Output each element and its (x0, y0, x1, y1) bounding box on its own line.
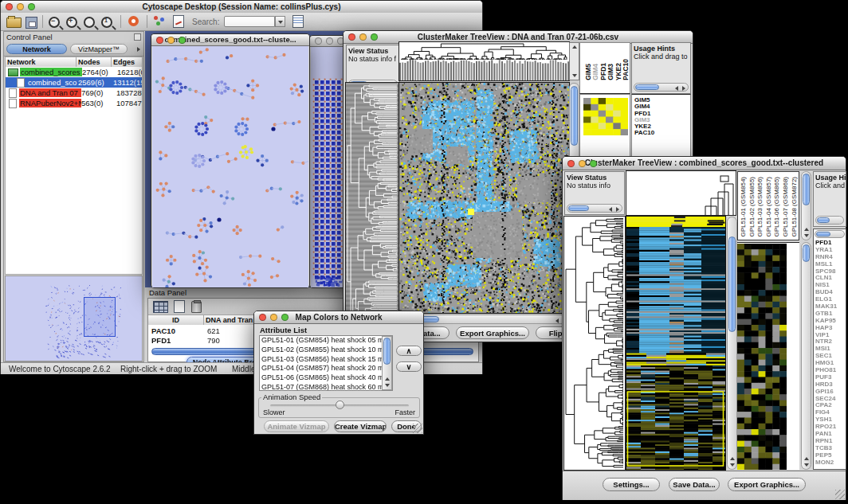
main-title-bar[interactable]: Cytoscape Desktop (Session Name: collins… (1, 1, 482, 14)
tv2-row-dendrogram[interactable] (564, 217, 625, 470)
network-overview-canvas[interactable] (6, 276, 142, 361)
tv1-heatmap-canvas[interactable] (399, 83, 569, 313)
close-icon[interactable] (259, 314, 266, 321)
move-up-button[interactable]: ∧ (396, 346, 422, 356)
zoom-window-icon[interactable] (281, 314, 289, 321)
annotation-icon[interactable] (173, 15, 184, 28)
attribute-list-item[interactable]: GPL51-06 (GSM865) heat shock 40 min (260, 373, 382, 383)
network-window-1-title-bar[interactable]: combined_scores_good.txt--cluste... (151, 34, 309, 46)
create-attribute-icon[interactable] (174, 300, 185, 313)
tv2-gene-hscrollbar[interactable] (815, 230, 845, 238)
tv1-row-dendrogram[interactable] (346, 83, 398, 343)
zoom-in-icon[interactable] (66, 17, 77, 28)
col-id[interactable]: ID (148, 315, 204, 325)
attribute-list-vscrollbar[interactable] (382, 336, 392, 390)
tv2-zoom-vscrollbar[interactable] (801, 242, 811, 470)
gene-label: GTB1 (815, 311, 846, 318)
network-tree-row[interactable]: RNAPuberNov2+N563(0)107847(0) (6, 98, 142, 108)
overview-viewport-rect[interactable] (84, 297, 116, 337)
network-tree-row[interactable]: combined_sco2569(6)13112(15) (6, 77, 142, 88)
close-icon[interactable] (315, 37, 322, 45)
zoom-window-icon[interactable] (179, 37, 186, 44)
attribute-listbox[interactable]: GPL51-01 (GSM854) heat shock 05 minGPL51… (259, 335, 393, 391)
tab-vizmapper[interactable]: VizMapper™ (70, 44, 128, 54)
search-input[interactable] (224, 16, 275, 27)
row-id-1[interactable]: PAC10 (151, 326, 175, 335)
close-icon[interactable] (6, 3, 13, 10)
close-icon[interactable] (156, 37, 163, 44)
minimize-icon[interactable] (167, 37, 175, 44)
tab-network[interactable]: Network (6, 44, 67, 54)
row-id-2[interactable]: PFD1 (151, 336, 171, 345)
zoom-window-icon[interactable] (590, 160, 597, 167)
close-icon[interactable] (567, 160, 575, 167)
tv2-view-status-panel: View Status No status info (564, 171, 625, 215)
animate-vizmap-button[interactable]: Animate Vizmap (264, 420, 329, 432)
col-edges[interactable]: Edges (112, 57, 142, 67)
attribute-list-item[interactable]: GPL51-03 (GSM856) heat shock 15 min (260, 355, 382, 365)
col-network[interactable]: Network (6, 57, 77, 67)
attribute-list-item[interactable]: GPL51-01 (GSM854) heat shock 05 min (260, 336, 382, 346)
tv2-settings-button[interactable]: Settings... (603, 478, 660, 491)
slider-thumb[interactable] (336, 400, 344, 409)
tv1-mini-matrix[interactable] (583, 98, 628, 135)
attribute-list-item[interactable]: GPL51-04 (GSM857) heat shock 20 min (260, 364, 382, 373)
tv2-export-graphics-button[interactable]: Export Graphics... (728, 478, 806, 491)
select-attributes-icon[interactable] (153, 301, 168, 313)
minimize-icon[interactable] (326, 37, 333, 45)
open-file-icon[interactable] (6, 18, 22, 28)
network-overview-panel[interactable] (5, 275, 143, 361)
network-view-canvas[interactable] (152, 46, 308, 287)
tv2-global-heatmap[interactable] (626, 217, 725, 470)
attribute-report-icon[interactable] (292, 15, 304, 28)
row-val-1[interactable]: 621 (207, 326, 220, 335)
minimize-icon[interactable] (579, 160, 586, 167)
move-down-button[interactable]: ∨ (396, 361, 422, 372)
tv2-usage-hscrollbar[interactable] (815, 216, 844, 225)
gene-label: NIS1 (815, 282, 846, 289)
col-nodes[interactable]: Nodes (77, 57, 112, 67)
zoom-window-icon[interactable] (371, 33, 378, 41)
tv2-zoom-heatmap[interactable] (737, 244, 787, 470)
save-icon[interactable] (26, 17, 37, 29)
minimize-icon[interactable] (359, 33, 367, 41)
treeview2-title-bar[interactable]: ClusterMaker TreeView : combined_scores_… (563, 157, 846, 170)
attribute-list-item[interactable]: GPL51-07 (GSM868) heat shock 60 min (260, 383, 382, 391)
row-val-2[interactable]: 790 (207, 336, 220, 345)
network-tree-row[interactable]: combined_scores2764(0)16218(0) (6, 67, 142, 77)
tv1-corner-scroll[interactable] (569, 42, 579, 80)
float-panel-icon[interactable] (134, 33, 141, 41)
zoom-out-icon[interactable] (49, 17, 60, 28)
tv2-usage-hints-text: Click and (815, 182, 845, 189)
tv2-status-hscrollbar[interactable] (567, 204, 622, 213)
minimize-icon[interactable] (270, 314, 277, 321)
tv1-top-dendrogram[interactable] (399, 42, 569, 80)
help-icon[interactable] (128, 16, 139, 26)
minimize-icon[interactable] (17, 3, 24, 10)
vizmapper-icon[interactable] (154, 16, 166, 26)
tv1-hscrollbar[interactable] (399, 315, 569, 324)
tv2-save-data-button[interactable]: Save Data... (669, 478, 720, 491)
window-controls[interactable] (6, 3, 35, 10)
zoom-window-icon[interactable] (28, 3, 35, 10)
network-tree-row[interactable]: DNA and Tran 07769(0)183728(0) (6, 88, 142, 98)
create-vizmap-button[interactable]: Create Vizmap (334, 420, 387, 432)
dialog-title-bar[interactable]: Map Colors to Network (254, 311, 423, 324)
tv1-export-graphics-button[interactable]: Export Graphics... (456, 326, 529, 339)
tv2-gene-list[interactable]: PFD1YRA1RNR4MSL1SPC98CLN1NIS1BUD4ELG1MAK… (815, 240, 846, 468)
gene-label: RPN1 (815, 438, 846, 445)
delete-attribute-icon[interactable] (191, 301, 202, 313)
zoom-fit-icon[interactable] (101, 17, 112, 28)
tv2-global-vscrollbar[interactable] (727, 217, 737, 470)
attribute-list-item[interactable]: GPL51-02 (GSM855) heat shock 10 min (260, 346, 382, 355)
search-dropdown-button[interactable] (275, 16, 285, 27)
tv1-usage-hscrollbar[interactable] (634, 83, 689, 92)
tv2-labels-vscrollbar[interactable] (801, 171, 811, 240)
gene-label: RPO21 (815, 424, 846, 431)
close-icon[interactable] (348, 33, 355, 41)
gene-label: HAP3 (815, 325, 846, 332)
tab-overflow-icon[interactable] (137, 47, 140, 52)
document-icon (9, 99, 17, 108)
zoom-selected-icon[interactable] (84, 17, 95, 28)
tv2-top-dendrogram[interactable] (626, 171, 736, 215)
